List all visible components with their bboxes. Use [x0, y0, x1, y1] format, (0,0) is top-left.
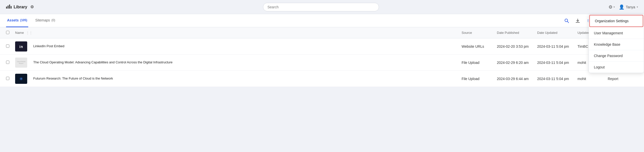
sub-nav: Assets (105) Sitemaps (0) Show Filters: [0, 14, 644, 27]
col-header-name: Name ⋮⋮: [15, 31, 462, 35]
row-1-date-pub: 2024-02-29 6:20 am: [497, 61, 537, 65]
row-1-name: The Cloud Operating Model: Advancing Cap…: [33, 60, 173, 65]
row-0-name-col: LinkedIn Post Embed: [15, 41, 462, 52]
row-1-date-upd: 2024-03-11 5:04 pm: [537, 61, 577, 65]
row-2-date-pub: 2024-03-29 6:44 am: [497, 77, 537, 81]
row-2-check: [6, 77, 15, 81]
top-nav: Library ⚙ ⚙ ▾ 👤 Tanya ▾: [0, 0, 644, 14]
table-row: LinkedIn Post Embed Website URLs 2024-02…: [0, 38, 644, 55]
user-menu-btn[interactable]: 👤 Tanya ▾: [619, 4, 638, 10]
tab-assets-label: Assets: [7, 18, 19, 22]
row-0-date-pub: 2024-02-20 3:53 pm: [497, 44, 537, 48]
user-dropdown-menu: Organization Settings User Management Kn…: [589, 14, 644, 73]
logo: Library ⚙: [6, 5, 34, 10]
bar-chart-icon: [6, 5, 12, 10]
dropdown-item-logout[interactable]: Logout: [589, 62, 644, 73]
svg-point-6: [21, 78, 22, 79]
download-icon: [575, 18, 580, 23]
tab-sitemaps-label: Sitemaps: [35, 18, 50, 22]
search-icon: [564, 18, 569, 23]
gear-settings-btn[interactable]: ⚙ ▾: [608, 4, 615, 10]
row-0-name: LinkedIn Post Embed: [33, 44, 65, 48]
row-2-content-type: Report: [608, 77, 638, 81]
gear-settings-icon: ⚙: [608, 4, 613, 10]
row-1-name-col: Cloud Model Report The Cloud Operating M…: [15, 58, 462, 68]
search-input-wrap: [263, 3, 379, 11]
futurum-thumb-icon: [17, 75, 25, 83]
tab-sitemaps[interactable]: Sitemaps (0): [34, 14, 56, 27]
row-0-date-upd: 2024-03-11 5:04 pm: [537, 44, 577, 48]
row-1-thumbnail: Cloud Model Report: [15, 58, 27, 68]
table-header: Name ⋮⋮ Source Date Published Date Updat…: [0, 27, 644, 38]
dropdown-item-change-password[interactable]: Change Password: [589, 50, 644, 62]
svg-line-1: [567, 21, 569, 23]
row-0-checkbox[interactable]: [6, 44, 9, 48]
row-1-source: File Upload: [462, 61, 497, 65]
row-1-checkbox[interactable]: [6, 61, 9, 64]
logo-text: Library: [14, 5, 27, 9]
user-name: Tanya: [626, 5, 635, 9]
row-2-name-col: Futurum Research: The Future of Cloud is…: [15, 74, 462, 84]
linkedin-icon: [18, 43, 24, 49]
row-2-thumbnail: [15, 74, 27, 84]
search-container: [42, 3, 600, 11]
col-header-source: Source: [462, 31, 497, 35]
gear-chevron-icon: ▾: [614, 6, 615, 8]
tab-assets[interactable]: Assets (105): [6, 14, 28, 27]
select-all-checkbox[interactable]: [6, 31, 9, 34]
row-2-checkbox[interactable]: [6, 77, 9, 80]
drag-dots-icon: ⋮⋮: [26, 31, 33, 35]
row-0-check: [6, 44, 15, 48]
col-header-date-pub: Date Published: [497, 31, 537, 35]
download-icon-btn[interactable]: [574, 17, 581, 24]
search-input[interactable]: [263, 3, 379, 11]
row-2-name: Futurum Research: The Future of Cloud is…: [33, 76, 113, 81]
tab-assets-count: (105): [20, 18, 27, 22]
dropdown-item-user-management[interactable]: User Management: [589, 28, 644, 39]
table-row: Futurum Research: The Future of Cloud is…: [0, 71, 644, 87]
table-container: Name ⋮⋮ Source Date Published Date Updat…: [0, 27, 644, 87]
col-header-check: [6, 31, 15, 35]
dropdown-item-org-settings[interactable]: Organization Settings: [589, 15, 643, 27]
search-icon-btn[interactable]: [563, 17, 570, 24]
row-1-check: [6, 61, 15, 65]
gear-icon[interactable]: ⚙: [30, 5, 34, 9]
row-0-source: Website URLs: [462, 44, 497, 48]
row-2-source: File Upload: [462, 77, 497, 81]
row-2-updated-by: mohit: [577, 77, 608, 81]
dropdown-item-knowledge-base[interactable]: Knowledge Base: [589, 39, 644, 50]
row-0-thumbnail: [15, 41, 27, 52]
nav-right: ⚙ ▾ 👤 Tanya ▾: [608, 4, 638, 10]
user-icon: 👤: [619, 4, 624, 10]
user-chevron-icon: ▾: [637, 6, 638, 8]
tab-sitemaps-count: (0): [51, 18, 55, 22]
row-2-date-upd: 2024-03-11 5:04 pm: [537, 77, 577, 81]
col-header-date-upd: Date Updated: [537, 31, 577, 35]
table-row: Cloud Model Report The Cloud Operating M…: [0, 55, 644, 71]
